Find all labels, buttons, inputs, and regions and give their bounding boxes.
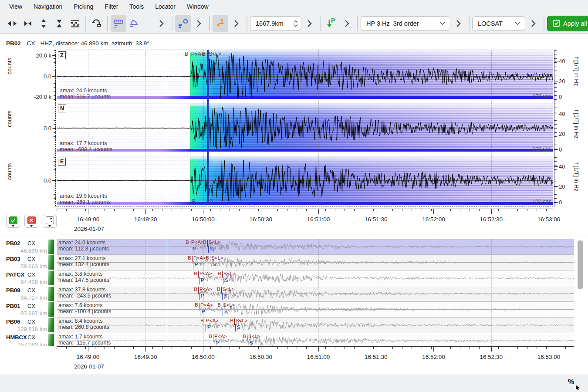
row-sm-label: S (250, 340, 253, 345)
fit-to-window-button[interactable] (20, 15, 36, 32)
station-row[interactable]: PB06 CX 129.618 km amax: 8.4 kcounts mea… (0, 318, 588, 333)
ruler-icon (113, 18, 124, 29)
left-axis-line (56, 50, 56, 208)
row-s-line (207, 240, 208, 247)
filter-select[interactable]: HP 3 Hz 3rd order (361, 16, 450, 31)
origin-mode-button[interactable]: O (175, 15, 191, 32)
locator-value: LOCSAT (478, 20, 514, 27)
apply-all-button[interactable]: Apply all (547, 16, 588, 31)
row-p-label: P<A> (199, 271, 212, 276)
row-p-line (190, 240, 190, 247)
row-waveform (57, 286, 574, 302)
snapshot-rotate-button[interactable] (89, 15, 105, 32)
row-p-manual-line (214, 340, 214, 346)
menu-tools[interactable]: Tools (124, 1, 150, 12)
menu-locator[interactable]: Locator (149, 1, 181, 12)
station-code: PB09 (6, 287, 20, 294)
row-mean: mean: 132.4 µcounts (58, 261, 109, 267)
revert-marker-button[interactable] (43, 215, 57, 228)
axis-date: 2026-01-07 (74, 363, 104, 370)
header-network: CX (27, 40, 35, 47)
toolbar-separator (247, 16, 247, 31)
row-b2-label: B (217, 287, 220, 292)
spinbox-arrows[interactable] (293, 20, 298, 27)
waveform-n (57, 103, 553, 152)
menu-view[interactable]: View (3, 1, 28, 12)
fit-horizontal-button[interactable] (4, 15, 20, 32)
expand-group-chevron-3[interactable] (228, 15, 244, 32)
sps-label: 100 sps (532, 199, 551, 205)
chevron-down-icon (514, 21, 520, 25)
apply-all-label: Apply all (563, 20, 587, 27)
demean-button[interactable] (67, 15, 83, 32)
menu-picking[interactable]: Picking (68, 1, 99, 12)
channel-panel-z[interactable]: Z amax: 24.0 kcounts mean: 516.7 µcounts… (57, 50, 553, 99)
accept-marker-button[interactable] (6, 215, 20, 228)
compress-vertical-button[interactable] (51, 15, 67, 32)
station-row[interactable]: PB01 CX 97.697 km amax: 7.6 kcounts mean… (0, 302, 588, 318)
menu-window[interactable]: Window (181, 1, 214, 12)
ftick-0-z: 0 (559, 94, 562, 100)
check-icon (9, 216, 17, 224)
trace-area[interactable]: amax: 8.4 kcounts mean: 260.8 µcounts BP… (57, 318, 574, 333)
expand-group-chevron-2[interactable] (191, 15, 206, 32)
trace-area[interactable]: amax: 24.0 kcounts mean: 112.3 µcounts B… (57, 239, 574, 255)
wave-between-lines-icon (70, 18, 80, 29)
trace-area[interactable]: amax: 7.6 kcounts mean: -100.4 µcounts B… (57, 302, 574, 318)
zero-line (57, 262, 574, 263)
trace-area[interactable]: amax: 1.7 kcounts mean: -115.7 µcounts B… (57, 333, 574, 346)
trace-area[interactable]: amax: 27.1 kcounts mean: 132.4 µcounts B… (57, 255, 574, 270)
arrows-out-vertical-icon (38, 18, 49, 29)
station-distance: 94.408 km (0, 279, 47, 285)
expand-group-chevron-6[interactable] (450, 15, 466, 32)
origin-bars-icon: O (177, 18, 189, 29)
expand-group-chevron-7[interactable] (525, 15, 541, 32)
list-scrollbar[interactable] (578, 240, 583, 348)
row-mean: mean: 112.3 µcounts (58, 246, 109, 252)
data-coverage-bar (48, 334, 54, 346)
protractor-button[interactable] (126, 15, 142, 32)
filter-value: HP 3 Hz 3rd order (366, 20, 439, 27)
sps-label: 100 sps (532, 146, 551, 152)
amax-label: amax: 19.9 kcounts (60, 193, 107, 199)
row-s-manual-line (248, 340, 248, 346)
row-b-label: B (195, 302, 198, 308)
progress-mouse-icon[interactable]: % (568, 378, 580, 389)
station-row[interactable]: PATCX CX 94.408 km amax: 3.8 kcounts mea… (0, 270, 588, 286)
channel-panel-e[interactable]: E amax: 19.9 kcounts mean: 269.1 µcounts… (57, 156, 553, 205)
phase-down-button[interactable]: P (323, 15, 339, 32)
locator-select[interactable]: LOCSAT (472, 16, 525, 31)
freq-label-z: f [1/T] in Hz (573, 57, 580, 86)
measure-ruler-button[interactable] (111, 15, 126, 32)
station-row[interactable]: HMBCX CX 157.083 km amax: 1.7 kcounts me… (0, 333, 588, 346)
reject-marker-button[interactable] (24, 215, 38, 228)
expand-group-chevron-1[interactable] (153, 15, 169, 32)
row-s-label: S<L> (211, 255, 223, 260)
row-p-manual-line (199, 293, 199, 300)
row-amax: amax: 24.0 kcounts (58, 240, 105, 246)
station-row[interactable]: PB09 CX 94.727 km amax: 37.8 kcounts mea… (0, 286, 588, 302)
distance-spinbox[interactable]: 1667.9km (250, 16, 301, 31)
expand-vertical-button[interactable] (36, 15, 51, 32)
station-row[interactable]: PB02 CX 46.890 km amax: 24.0 kcounts mea… (0, 239, 588, 255)
trace-area[interactable]: amax: 37.8 kcounts mean: -243.5 µcounts … (57, 286, 574, 302)
single-station-mode-button[interactable]: 1 (213, 15, 228, 32)
menu-navigation[interactable]: Navigation (28, 1, 68, 12)
row-p-line (198, 271, 199, 278)
menu-filter[interactable]: Filter (99, 1, 124, 12)
channel-panel-n[interactable]: N amax: 17.7 kcounts mean: -688.4 µcount… (57, 103, 553, 152)
dropdown-caret-icon (48, 225, 51, 227)
ftick-40-z: 40 (559, 58, 565, 64)
expand-group-chevron-4[interactable] (301, 15, 317, 32)
row-mean: mean: -115.7 µcounts (58, 340, 111, 346)
network-code: CX (27, 287, 35, 294)
waveform-e (57, 156, 553, 205)
time-tick-label: 16:52:30 (480, 216, 503, 223)
waveform-z (57, 50, 553, 99)
scrollbar-thumb[interactable] (578, 240, 583, 289)
trace-area[interactable]: amax: 3.8 kcounts mean: 147.5 µcounts BP… (57, 270, 574, 286)
arrows-in-vertical-icon (54, 18, 64, 29)
mouse-cursor-icon (575, 385, 581, 390)
expand-group-chevron-5[interactable] (339, 15, 355, 32)
station-row[interactable]: PB03 CX 58.663 km amax: 27.1 kcounts mea… (0, 255, 588, 270)
